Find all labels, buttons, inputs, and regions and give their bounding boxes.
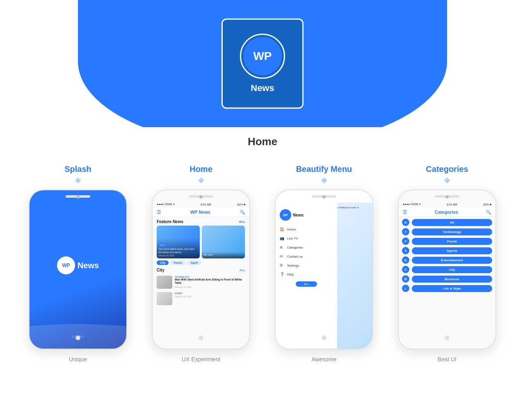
tab-city[interactable]: City — [157, 260, 169, 265]
phones-section: Splash WP News wpnews Unique Home ●●●● V… — [0, 152, 525, 387]
news-card-1-overlay: CITY The City's tallest tower rises from… — [157, 239, 200, 258]
menu-all-btn[interactable]: ALL — [296, 281, 317, 287]
tab-sport[interactable]: Sport — [187, 260, 201, 265]
news-card-2-overlay: Min pour — [202, 252, 245, 258]
list-date-2: February 20, 2016 — [175, 295, 245, 298]
cat-row-foods: F Foods — [402, 237, 492, 245]
cat-letter-C: C — [402, 266, 409, 273]
page-title: Home — [0, 135, 525, 148]
cat-btn-technology[interactable]: Technology — [412, 228, 492, 235]
menu-logo-row: WP News — [276, 207, 337, 225]
home-label: Home — [189, 164, 212, 185]
news-card-2: Min pour — [202, 226, 245, 258]
feature-news-header: Feature News ALL — [153, 217, 249, 226]
logo-card: WP News — [221, 18, 304, 109]
categories-label: Categories — [426, 164, 468, 185]
home-status-bar: ●●●● Vobile ▾ 9:41 AM 42% ■ — [153, 203, 249, 206]
list-date-1: February 20, 2016 — [175, 286, 245, 288]
cat-btn-city[interactable]: City — [412, 266, 492, 273]
settings-icon: ⚙ — [280, 263, 285, 267]
home-menu-icon: 🏠 — [280, 227, 285, 231]
menu-logo-text: News — [293, 213, 304, 217]
categories-icon: ⊕ — [280, 245, 285, 249]
list-info-1: TECHNOLOGY Man With Steel Artificial Arm… — [175, 276, 245, 288]
home-app-title: WP News — [190, 210, 210, 215]
categories-column: Categories ●●●● Vobile ▾ 9:41 AM 42% ■ ☰… — [392, 164, 502, 363]
cat-letter-B: B — [402, 275, 409, 283]
cat-row-technology: T Technology — [402, 228, 492, 235]
cat-time: 9:41 AM — [447, 203, 457, 206]
categories-screen: ●●●● Vobile ▾ 9:41 AM 42% ■ ☰ Categories… — [399, 190, 495, 349]
menu-item-livetv[interactable]: 📺 Live TV — [276, 234, 337, 243]
cat-carrier: ●●●● Vobile ▾ — [403, 203, 421, 206]
home-nav-bar: ☰ WP News 🔍 — [153, 208, 249, 217]
menu-caption: Awesome — [311, 356, 336, 363]
splash-phone: WP News wpnews — [29, 189, 127, 349]
search-icon: 🔍 — [240, 210, 245, 215]
menu-item-settings[interactable]: ⚙ Settings — [276, 261, 337, 270]
cat-hamburger-icon: ☰ — [403, 209, 407, 215]
menu-item-categories-label: Categories — [287, 246, 303, 249]
menu-item-contact-label: Contact us — [287, 255, 303, 258]
menu-label: Beautify Menu — [296, 164, 352, 185]
cat-row-entertainment: E Entertainment — [402, 256, 492, 264]
menu-article-text: Min Artificial in front of — [331, 203, 372, 212]
home-column: Home ●●●● Vobile ▾ 9:41 AM 42% ■ ☰ WP Ne… — [146, 164, 256, 363]
list-item-1: TECHNOLOGY Man With Steel Artificial Arm… — [153, 274, 249, 290]
menu-item-home-label: Home — [287, 228, 296, 231]
splash-label: Splash — [64, 164, 91, 185]
home-carrier: ●●●● Vobile ▾ — [157, 203, 175, 206]
cat-btn-sports[interactable]: Sports — [412, 247, 492, 254]
categories-nav-bar: ☰ Categories 🔍 — [399, 208, 495, 217]
cat-btn-lifestyle[interactable]: Life & Style — [412, 285, 492, 292]
splash-wp: WP — [62, 262, 70, 268]
list-thumb-2 — [157, 292, 172, 305]
faq-icon: ❓ — [280, 272, 285, 276]
list-badge-2: FOODS — [175, 292, 245, 294]
splash-logo-name: News — [78, 261, 99, 270]
logo-wp-text: WP — [253, 50, 272, 63]
menu-column: Beautify Menu ●●●● Vobile ▾ 9:41 AM 42% … — [269, 164, 379, 363]
city-section-title: City — [157, 268, 164, 272]
menu-item-categories[interactable]: ⊕ Categories — [276, 243, 337, 252]
city-all: ALL — [240, 268, 245, 272]
category-tabs: City Foods Sport — [153, 258, 249, 267]
menu-item-settings-label: Settings — [287, 264, 299, 267]
tab-foods[interactable]: Foods — [170, 260, 185, 265]
menu-item-livetv-label: Live TV — [287, 237, 298, 240]
city-section-header: City ALL — [153, 267, 249, 274]
phone-dot-splash — [76, 195, 80, 199]
list-info-2: FOODS February 20, 2016 — [175, 292, 245, 298]
categories-list: A All T Technology F Foods S Sports — [399, 217, 495, 296]
livetv-icon: 📺 — [280, 236, 285, 240]
menu-phone: ●●●● Vobile ▾ 9:41 AM 42% ■ WP News 🏠 Ho… — [275, 189, 373, 349]
cat-btn-entertainment[interactable]: Entertainment — [412, 257, 492, 264]
menu-wp: WP — [283, 214, 288, 217]
news-card-1-badge: CITY — [158, 244, 167, 247]
cat-letter-S: S — [402, 247, 409, 254]
splash-logo-circle: WP — [57, 256, 75, 274]
page-title-section: Home — [0, 127, 525, 152]
news-card-1-date: January 25, 2016 — [158, 254, 198, 257]
cat-btn-foods[interactable]: Foods — [412, 238, 492, 245]
menu-item-home[interactable]: 🏠 Home — [276, 225, 337, 234]
hero-section: WP News — [0, 0, 525, 127]
cat-row-sports: S Sports — [402, 247, 492, 254]
cat-battery: 42% ■ — [483, 203, 491, 206]
news-cards-row: CITY The City's tallest tower rises from… — [153, 226, 249, 258]
cat-search-icon: 🔍 — [486, 210, 491, 215]
phone-dot-menu — [322, 195, 326, 199]
list-thumb-1 — [157, 276, 172, 289]
menu-screen: ●●●● Vobile ▾ 9:41 AM 42% ■ WP News 🏠 Ho… — [276, 190, 372, 349]
menu-item-contact[interactable]: ✉ Contact us — [276, 252, 337, 261]
news-card-2-text: Min pour — [203, 253, 243, 257]
cat-btn-business[interactable]: Business — [412, 276, 492, 283]
cat-btn-all[interactable]: All — [412, 219, 492, 226]
feature-news-all: ALL — [239, 220, 245, 224]
splash-logo: WP News — [57, 256, 99, 274]
splash-watermark: wpnews — [71, 334, 85, 338]
cat-row-business: B Business — [402, 275, 492, 283]
cat-row-all: A All — [402, 219, 492, 226]
logo-news-text: News — [251, 83, 274, 94]
menu-item-faq[interactable]: ❓ FAQ — [276, 270, 337, 279]
